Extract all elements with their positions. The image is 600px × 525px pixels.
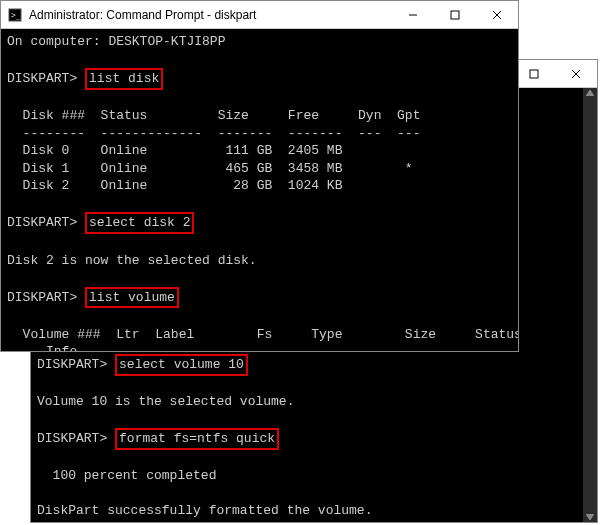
success-msg: DiskPart successfully formatted the volu… [37,503,372,518]
back-scrollbar[interactable] [583,88,597,522]
svg-rect-9 [451,11,459,19]
scroll-down-icon [586,514,594,520]
front-window-controls [392,1,518,28]
front-command-window: >_ Administrator: Command Prompt - diskp… [0,0,519,352]
cmd-format: format fs=ntfs quick [115,428,279,450]
maximize-button[interactable] [434,1,476,28]
scroll-up-icon [586,90,594,96]
cmd-select-volume: select volume 10 [115,354,248,376]
disk-row-0: Disk 0 Online 111 GB 2405 MB [7,143,342,158]
svg-marker-4 [586,90,594,96]
svg-rect-1 [530,70,538,78]
diskpart-prompt: DISKPART> [7,71,77,86]
computer-line: On computer: DESKTOP-KTJI8PP [7,34,225,49]
disk-divider: -------- ------------- ------- ------- -… [7,126,420,141]
front-terminal[interactable]: On computer: DESKTOP-KTJI8PP DISKPART> l… [1,29,518,351]
vol-header-1: Volume ### Ltr Label Fs Type Size Status [7,327,518,342]
progress-msg: 100 percent completed [37,468,216,483]
diskpart-prompt: DISKPART> [37,431,107,446]
vol-header-2: Info [7,344,77,351]
diskpart-prompt: DISKPART> [7,290,77,305]
svg-text:>_: >_ [11,11,21,20]
selected-disk-msg: Disk 2 is now the selected disk. [7,253,257,268]
front-window-title: Administrator: Command Prompt - diskpart [29,8,392,22]
close-button[interactable] [555,60,597,87]
selected-volume-msg: Volume 10 is the selected volume. [37,394,294,409]
minimize-button[interactable] [392,1,434,28]
disk-row-2: Disk 2 Online 28 GB 1024 KB [7,178,342,193]
disk-row-1: Disk 1 Online 465 GB 3458 MB * [7,161,413,176]
cmd-list-disk: list disk [85,68,163,90]
cmd-list-volume: list volume [85,287,179,309]
cmd-select-disk: select disk 2 [85,212,194,234]
cmd-icon: >_ [7,7,23,23]
diskpart-prompt: DISKPART> [37,357,107,372]
maximize-button[interactable] [513,60,555,87]
front-titlebar[interactable]: >_ Administrator: Command Prompt - diskp… [1,1,518,29]
diskpart-prompt: DISKPART> [7,215,77,230]
disk-header: Disk ### Status Size Free Dyn Gpt [7,108,420,123]
close-button[interactable] [476,1,518,28]
svg-marker-5 [586,514,594,520]
